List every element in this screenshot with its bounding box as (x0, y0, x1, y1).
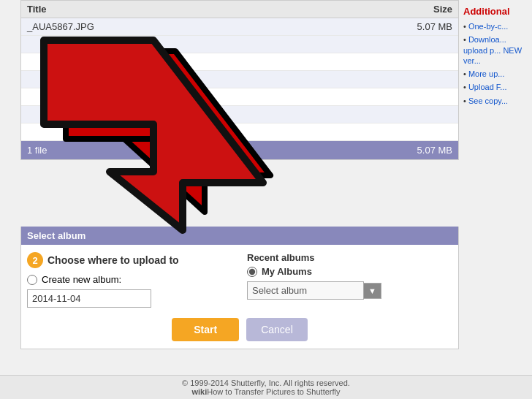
recent-albums-label: Recent albums (247, 252, 452, 263)
table-footer: 1 file 5.07 MB (21, 141, 458, 159)
select-dropdown-arrow[interactable]: ▼ (364, 283, 381, 299)
table-row (21, 71, 458, 88)
choose-left: 2 Choose where to upload to Create new a… (27, 252, 232, 308)
select-album-label: Select album (27, 230, 86, 241)
choose-section: 2 Choose where to upload to Create new a… (21, 245, 458, 315)
wiki-logo: wiki (192, 387, 208, 396)
additional-title: Additional (463, 6, 528, 17)
choose-right: Recent albums My Albums Select album ▼ (247, 252, 452, 308)
table-header: Title Size (21, 1, 458, 18)
sidebar-item-3: • More up... (463, 69, 528, 79)
select-dropdown: Select album ▼ (247, 281, 452, 300)
table-row (21, 53, 458, 71)
album-date-input[interactable]: 2014-11-04 (27, 289, 151, 308)
bottom-section: Select album 2 Choose where to upload to… (20, 227, 459, 349)
file-title: _AUA5867.JPG (27, 21, 394, 32)
title-column-header: Title (27, 4, 394, 15)
sidebar-item-2: • Downloa... upload p... NEW ver... (463, 34, 528, 66)
album-select-input[interactable]: Select album (247, 281, 364, 300)
table-row (21, 88, 458, 106)
choose-title-text: Choose where to upload to (48, 254, 179, 266)
file-count: 1 file (27, 145, 394, 156)
main-container: Title Size _AUA5867.JPG 5.07 MB 1 file 5… (0, 0, 532, 399)
copyright-text: © 1999-2014 Shutterfly, Inc. All rights … (182, 379, 350, 387)
buttons-row: Start Cancel (21, 315, 458, 349)
table-row (21, 36, 458, 53)
my-albums-radio[interactable] (247, 267, 257, 277)
step-badge: 2 (27, 252, 43, 268)
table-row (21, 106, 458, 123)
start-button[interactable]: Start (172, 318, 239, 341)
total-size: 5.07 MB (394, 145, 452, 156)
sidebar-item-5: • See copy... (463, 96, 528, 106)
sidebar-item-1: • One-by-c... (463, 21, 528, 31)
copyright-bar: © 1999-2014 Shutterfly, Inc. All rights … (0, 375, 532, 399)
cancel-button[interactable]: Cancel (246, 318, 308, 341)
select-album-bar: Select album (21, 227, 458, 245)
table-row (21, 123, 458, 141)
create-album-row: Create new album: (27, 274, 232, 285)
table-row: _AUA5867.JPG 5.07 MB (21, 18, 458, 36)
file-table: Title Size _AUA5867.JPG 5.07 MB 1 file 5… (20, 0, 459, 160)
right-sidebar: Additional • One-by-c... • Downloa... up… (459, 0, 532, 115)
create-album-label: Create new album: (42, 274, 121, 285)
my-albums-label: My Albums (262, 266, 312, 277)
size-column-header: Size (394, 4, 452, 15)
sidebar-item-4: • Upload F... (463, 82, 528, 92)
my-albums-row: My Albums (247, 266, 452, 277)
create-album-radio[interactable] (27, 275, 37, 285)
wikihow-text: How to Transfer Pictures to Shutterfly (207, 387, 340, 396)
file-size: 5.07 MB (394, 21, 452, 32)
choose-title: 2 Choose where to upload to (27, 252, 232, 268)
